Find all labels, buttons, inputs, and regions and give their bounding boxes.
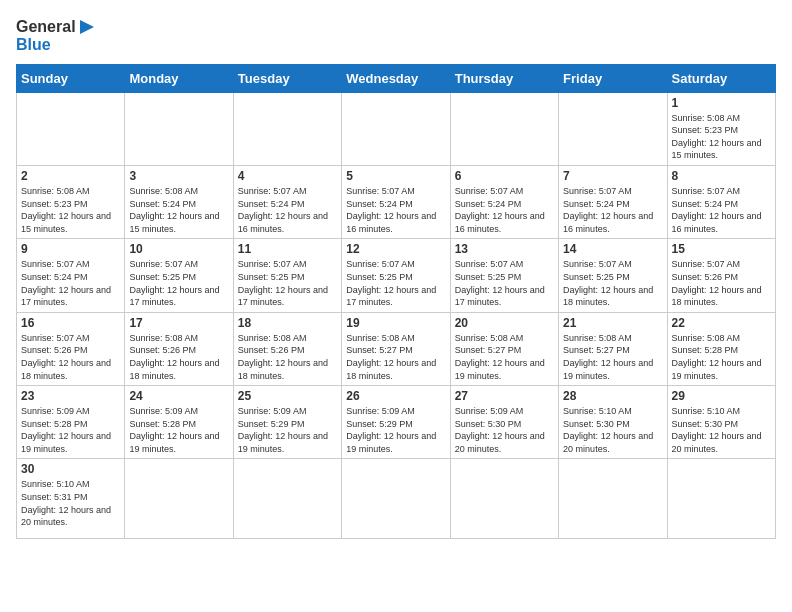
day-cell: 7Sunrise: 5:07 AMSunset: 5:24 PMDaylight… (559, 165, 667, 238)
day-header-wednesday: Wednesday (342, 64, 450, 92)
day-info: Sunrise: 5:08 AMSunset: 5:26 PMDaylight:… (129, 332, 228, 382)
day-cell: 26Sunrise: 5:09 AMSunset: 5:29 PMDayligh… (342, 386, 450, 459)
day-info: Sunrise: 5:07 AMSunset: 5:25 PMDaylight:… (129, 258, 228, 308)
day-cell: 28Sunrise: 5:10 AMSunset: 5:30 PMDayligh… (559, 386, 667, 459)
day-cell: 12Sunrise: 5:07 AMSunset: 5:25 PMDayligh… (342, 239, 450, 312)
day-cell (450, 459, 558, 539)
day-header-saturday: Saturday (667, 64, 775, 92)
day-cell: 11Sunrise: 5:07 AMSunset: 5:25 PMDayligh… (233, 239, 341, 312)
day-info: Sunrise: 5:10 AMSunset: 5:30 PMDaylight:… (563, 405, 662, 455)
day-cell (450, 92, 558, 165)
day-info: Sunrise: 5:08 AMSunset: 5:28 PMDaylight:… (672, 332, 771, 382)
day-info: Sunrise: 5:08 AMSunset: 5:24 PMDaylight:… (129, 185, 228, 235)
day-info: Sunrise: 5:07 AMSunset: 5:24 PMDaylight:… (238, 185, 337, 235)
day-cell (342, 459, 450, 539)
day-cell: 19Sunrise: 5:08 AMSunset: 5:27 PMDayligh… (342, 312, 450, 385)
day-number: 16 (21, 316, 120, 330)
day-info: Sunrise: 5:09 AMSunset: 5:29 PMDaylight:… (238, 405, 337, 455)
logo-blue: Blue (16, 36, 98, 54)
day-cell: 24Sunrise: 5:09 AMSunset: 5:28 PMDayligh… (125, 386, 233, 459)
day-number: 28 (563, 389, 662, 403)
day-header-monday: Monday (125, 64, 233, 92)
day-info: Sunrise: 5:09 AMSunset: 5:30 PMDaylight:… (455, 405, 554, 455)
day-cell: 15Sunrise: 5:07 AMSunset: 5:26 PMDayligh… (667, 239, 775, 312)
header: General Blue (16, 16, 776, 54)
day-number: 20 (455, 316, 554, 330)
day-info: Sunrise: 5:07 AMSunset: 5:24 PMDaylight:… (21, 258, 120, 308)
day-number: 3 (129, 169, 228, 183)
week-row-0: 1Sunrise: 5:08 AMSunset: 5:23 PMDaylight… (17, 92, 776, 165)
day-info: Sunrise: 5:08 AMSunset: 5:26 PMDaylight:… (238, 332, 337, 382)
day-header-thursday: Thursday (450, 64, 558, 92)
day-number: 6 (455, 169, 554, 183)
day-cell: 18Sunrise: 5:08 AMSunset: 5:26 PMDayligh… (233, 312, 341, 385)
day-info: Sunrise: 5:08 AMSunset: 5:23 PMDaylight:… (672, 112, 771, 162)
day-header-sunday: Sunday (17, 64, 125, 92)
day-info: Sunrise: 5:07 AMSunset: 5:25 PMDaylight:… (238, 258, 337, 308)
day-cell: 13Sunrise: 5:07 AMSunset: 5:25 PMDayligh… (450, 239, 558, 312)
day-number: 29 (672, 389, 771, 403)
calendar: SundayMondayTuesdayWednesdayThursdayFrid… (16, 64, 776, 540)
day-header-tuesday: Tuesday (233, 64, 341, 92)
day-cell: 2Sunrise: 5:08 AMSunset: 5:23 PMDaylight… (17, 165, 125, 238)
day-number: 21 (563, 316, 662, 330)
day-info: Sunrise: 5:07 AMSunset: 5:24 PMDaylight:… (455, 185, 554, 235)
day-info: Sunrise: 5:07 AMSunset: 5:26 PMDaylight:… (672, 258, 771, 308)
week-row-5: 30Sunrise: 5:10 AMSunset: 5:31 PMDayligh… (17, 459, 776, 539)
day-cell: 1Sunrise: 5:08 AMSunset: 5:23 PMDaylight… (667, 92, 775, 165)
day-number: 15 (672, 242, 771, 256)
day-cell (233, 459, 341, 539)
day-number: 26 (346, 389, 445, 403)
day-cell: 4Sunrise: 5:07 AMSunset: 5:24 PMDaylight… (233, 165, 341, 238)
day-cell (17, 92, 125, 165)
day-info: Sunrise: 5:07 AMSunset: 5:24 PMDaylight:… (672, 185, 771, 235)
day-cell: 21Sunrise: 5:08 AMSunset: 5:27 PMDayligh… (559, 312, 667, 385)
day-cell: 16Sunrise: 5:07 AMSunset: 5:26 PMDayligh… (17, 312, 125, 385)
day-info: Sunrise: 5:10 AMSunset: 5:30 PMDaylight:… (672, 405, 771, 455)
day-number: 27 (455, 389, 554, 403)
day-cell: 9Sunrise: 5:07 AMSunset: 5:24 PMDaylight… (17, 239, 125, 312)
day-cell (342, 92, 450, 165)
day-cell: 14Sunrise: 5:07 AMSunset: 5:25 PMDayligh… (559, 239, 667, 312)
logo: General Blue (16, 16, 98, 54)
day-cell (667, 459, 775, 539)
day-number: 13 (455, 242, 554, 256)
header-row: SundayMondayTuesdayWednesdayThursdayFrid… (17, 64, 776, 92)
day-cell: 20Sunrise: 5:08 AMSunset: 5:27 PMDayligh… (450, 312, 558, 385)
day-cell (125, 92, 233, 165)
day-cell: 8Sunrise: 5:07 AMSunset: 5:24 PMDaylight… (667, 165, 775, 238)
day-number: 23 (21, 389, 120, 403)
day-number: 1 (672, 96, 771, 110)
week-row-4: 23Sunrise: 5:09 AMSunset: 5:28 PMDayligh… (17, 386, 776, 459)
day-info: Sunrise: 5:07 AMSunset: 5:26 PMDaylight:… (21, 332, 120, 382)
logo-triangle-icon (76, 16, 98, 38)
day-number: 5 (346, 169, 445, 183)
logo-general: General (16, 18, 76, 36)
day-info: Sunrise: 5:07 AMSunset: 5:25 PMDaylight:… (346, 258, 445, 308)
week-row-3: 16Sunrise: 5:07 AMSunset: 5:26 PMDayligh… (17, 312, 776, 385)
day-cell: 25Sunrise: 5:09 AMSunset: 5:29 PMDayligh… (233, 386, 341, 459)
day-info: Sunrise: 5:08 AMSunset: 5:23 PMDaylight:… (21, 185, 120, 235)
day-cell: 27Sunrise: 5:09 AMSunset: 5:30 PMDayligh… (450, 386, 558, 459)
day-info: Sunrise: 5:07 AMSunset: 5:24 PMDaylight:… (346, 185, 445, 235)
day-number: 24 (129, 389, 228, 403)
day-info: Sunrise: 5:09 AMSunset: 5:28 PMDaylight:… (21, 405, 120, 455)
day-cell: 10Sunrise: 5:07 AMSunset: 5:25 PMDayligh… (125, 239, 233, 312)
day-cell (233, 92, 341, 165)
day-number: 9 (21, 242, 120, 256)
day-cell: 6Sunrise: 5:07 AMSunset: 5:24 PMDaylight… (450, 165, 558, 238)
page: General Blue SundayMondayTuesdayWednesda… (0, 0, 792, 612)
day-number: 7 (563, 169, 662, 183)
day-number: 14 (563, 242, 662, 256)
day-info: Sunrise: 5:09 AMSunset: 5:28 PMDaylight:… (129, 405, 228, 455)
day-number: 17 (129, 316, 228, 330)
day-info: Sunrise: 5:08 AMSunset: 5:27 PMDaylight:… (563, 332, 662, 382)
day-number: 10 (129, 242, 228, 256)
day-cell: 17Sunrise: 5:08 AMSunset: 5:26 PMDayligh… (125, 312, 233, 385)
day-info: Sunrise: 5:07 AMSunset: 5:25 PMDaylight:… (563, 258, 662, 308)
week-row-1: 2Sunrise: 5:08 AMSunset: 5:23 PMDaylight… (17, 165, 776, 238)
day-cell: 23Sunrise: 5:09 AMSunset: 5:28 PMDayligh… (17, 386, 125, 459)
day-cell (559, 92, 667, 165)
day-cell: 5Sunrise: 5:07 AMSunset: 5:24 PMDaylight… (342, 165, 450, 238)
day-cell: 3Sunrise: 5:08 AMSunset: 5:24 PMDaylight… (125, 165, 233, 238)
